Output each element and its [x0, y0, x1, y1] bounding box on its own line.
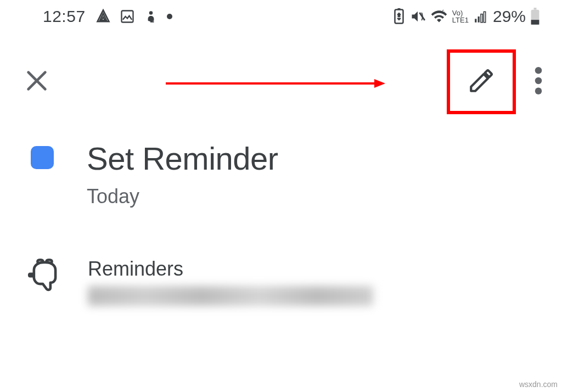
more-notifications-dot [167, 14, 172, 19]
network-label: Vo) LTE1 [452, 9, 469, 24]
battery-percent: 29% [493, 7, 526, 26]
reminder-date: Today [87, 185, 278, 208]
svg-point-17 [535, 88, 542, 95]
drive-icon [95, 9, 111, 24]
notification-icons [95, 9, 172, 24]
close-button[interactable] [24, 68, 49, 96]
svg-rect-8 [481, 14, 482, 23]
svg-rect-0 [121, 11, 133, 23]
svg-rect-4 [397, 8, 400, 10]
reminder-category-row: Reminders [31, 257, 540, 306]
status-bar: 12:57 Vo) LTE1 29% [0, 0, 562, 33]
signal-icon [473, 9, 488, 24]
status-bar-right: Vo) LTE1 29% [393, 7, 540, 26]
svg-point-16 [535, 77, 542, 85]
account-email-blurred [88, 286, 373, 306]
status-bar-left: 12:57 [43, 7, 172, 26]
app-bar-actions [447, 49, 542, 114]
svg-rect-9 [484, 12, 485, 23]
annotation-highlight-box [447, 49, 516, 114]
svg-rect-7 [478, 16, 480, 23]
category-text-block: Reminders [88, 257, 373, 306]
person-icon [144, 9, 158, 24]
clock-time: 12:57 [43, 7, 86, 26]
svg-rect-12 [534, 8, 537, 10]
watermark: wsxdn.com [519, 380, 558, 389]
reminders-icon [27, 259, 58, 294]
calendar-color-swatch [31, 146, 54, 169]
reminder-title-block: Set Reminder Today [87, 141, 278, 208]
app-bar [0, 33, 562, 131]
svg-rect-11 [531, 20, 539, 25]
svg-point-15 [535, 67, 542, 74]
image-icon [120, 9, 135, 24]
battery-icon [530, 8, 540, 25]
mute-vibrate-icon [409, 9, 426, 24]
content: Set Reminder Today Reminders [0, 131, 562, 306]
overflow-menu-button[interactable] [535, 67, 542, 97]
wifi-icon [430, 9, 448, 24]
svg-point-1 [149, 11, 153, 15]
pencil-icon [468, 67, 495, 94]
battery-saver-icon [393, 8, 405, 25]
svg-rect-6 [475, 19, 476, 23]
edit-button[interactable] [468, 67, 495, 97]
category-label: Reminders [88, 257, 373, 281]
reminder-title: Set Reminder [87, 141, 278, 177]
svg-rect-2 [150, 21, 154, 23]
close-icon [24, 68, 49, 93]
more-vert-icon [535, 67, 542, 94]
reminder-header: Set Reminder Today [31, 141, 540, 208]
